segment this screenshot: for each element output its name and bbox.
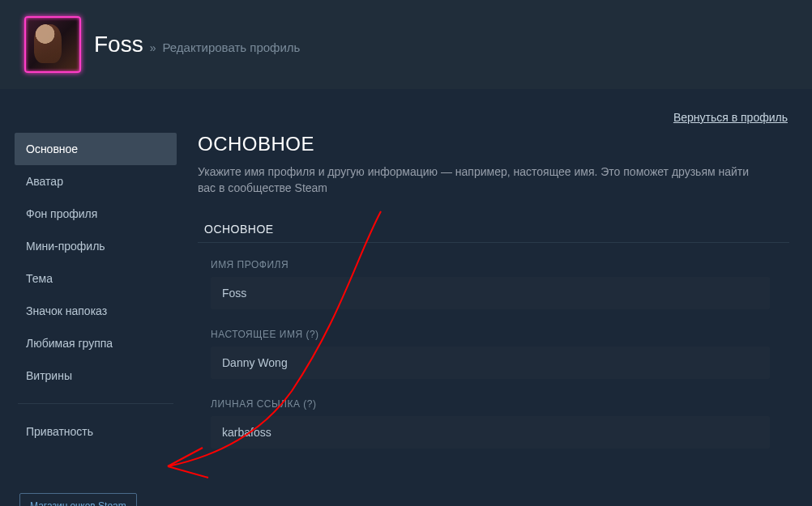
avatar[interactable] [24,16,81,73]
page-title: ОСНОВНОЕ [198,133,789,155]
sidebar-item-label: Фон профиля [26,207,97,220]
profile-header: Foss » Редактировать профиль [0,0,812,89]
field-custom-url: ЛИЧНАЯ ССЫЛКА (?) [198,398,789,449]
sidebar-item-avatar[interactable]: Аватар [15,165,177,198]
sidebar: Основное Аватар Фон профиля Мини-профиль… [15,108,177,506]
back-to-profile-link[interactable]: Вернуться в профиль [673,111,788,124]
sidebar-item-privacy[interactable]: Приватность [15,415,177,448]
sidebar-item-theme[interactable]: Тема [15,262,177,295]
sidebar-item-label: Любимая группа [26,337,113,350]
sidebar-separator [18,403,173,404]
custom-url-input[interactable] [211,416,770,449]
real-name-input[interactable] [211,347,770,379]
help-icon[interactable]: (?) [303,398,316,410]
breadcrumb-subtitle: Редактировать профиль [162,40,300,54]
sidebar-item-label: Аватар [26,175,63,188]
sidebar-item-badge[interactable]: Значок напоказ [15,295,177,327]
field-label: ИМЯ ПРОФИЛЯ [211,259,789,270]
sidebar-item-miniprofile[interactable]: Мини-профиль [15,230,177,262]
sidebar-item-label: Витрины [26,369,72,382]
sidebar-item-label: Тема [26,272,53,285]
sidebar-item-label: Основное [26,142,78,155]
label-text: НАСТОЯЩЕЕ ИМЯ [211,329,303,340]
points-shop-button[interactable]: Магазин очков Steam [19,493,137,506]
field-label: ЛИЧНАЯ ССЫЛКА (?) [211,398,789,410]
breadcrumb-separator: » [150,41,156,54]
help-icon[interactable]: (?) [306,329,318,340]
field-profile-name: ИМЯ ПРОФИЛЯ [198,259,789,309]
section-heading: ОСНОВНОЕ [198,216,789,243]
label-text: ЛИЧНАЯ ССЫЛКА [211,398,301,410]
sidebar-item-background[interactable]: Фон профиля [15,198,177,230]
sidebar-item-label: Мини-профиль [26,240,105,253]
main-panel: ОСНОВНОЕ Укажите имя профиля и другую ин… [198,108,789,506]
sidebar-item-group[interactable]: Любимая группа [15,327,177,359]
sidebar-item-general[interactable]: Основное [15,133,177,165]
sidebar-item-label: Значок напоказ [26,304,107,317]
username: Foss [94,32,143,57]
page-description: Укажите имя профиля и другую информацию … [198,164,765,197]
sidebar-item-label: Приватность [26,425,93,438]
label-text: ИМЯ ПРОФИЛЯ [211,259,288,270]
field-real-name: НАСТОЯЩЕЕ ИМЯ (?) [198,329,789,379]
back-link-row: Вернуться в профиль [673,110,788,125]
header-title: Foss » Редактировать профиль [94,32,300,57]
points-shop-label: Магазин очков Steam [30,500,126,506]
profile-name-input[interactable] [211,277,770,309]
sidebar-item-showcases[interactable]: Витрины [15,359,177,392]
field-label: НАСТОЯЩЕЕ ИМЯ (?) [211,329,789,340]
